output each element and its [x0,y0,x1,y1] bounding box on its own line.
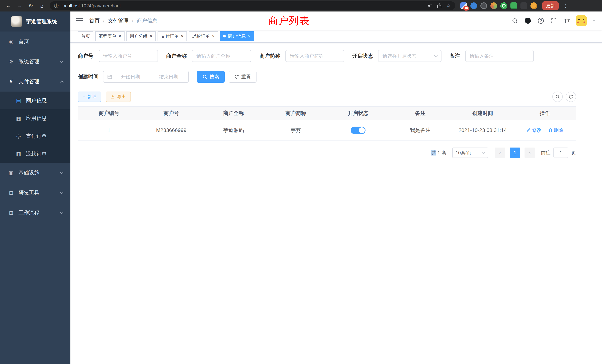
sidebar-item-dev-tools[interactable]: ⊡ 研发工具 [0,183,70,203]
tab-user-group[interactable]: 用户分组× [126,31,156,41]
column-header: 创建时间 [452,107,514,120]
sidebar-item-app-info[interactable]: ▦ 应用信息 [0,109,70,127]
sidebar-item-refund-order[interactable]: ▥ 退款订单 [0,145,70,163]
extension-green-icon[interactable] [500,2,507,9]
merchant-no-label: 商户号 [78,53,93,60]
user-avatar[interactable] [576,15,587,26]
page-unit-label: 页 [571,150,576,156]
sidebar-item-payment[interactable]: ¥ 支付管理 [0,72,70,92]
extension-avatar-icon[interactable] [490,2,497,9]
search-icon [202,74,207,79]
sidebar-item-label: 基础设施 [19,169,39,176]
tab-close-icon[interactable]: × [150,34,152,38]
show-search-toggle-button[interactable] [552,92,563,102]
cell-status [327,120,389,141]
chevron-down-icon [60,59,64,63]
app-logo[interactable]: 芋道管理系统 [0,11,70,32]
home-button[interactable]: ⌂ [37,0,47,11]
short-name-input[interactable] [285,50,344,62]
sidebar-item-system[interactable]: ⚙ 系统管理 [0,52,70,72]
github-icon[interactable] [524,17,532,25]
extension-puzzle-icon[interactable] [520,2,527,9]
hamburger-icon[interactable] [76,18,83,23]
add-button[interactable]: + 新增 [78,92,101,102]
date-start-placeholder: 开始日期 [115,74,147,80]
logo-avatar [11,16,22,27]
extension-smiley-icon[interactable] [530,2,537,9]
sidebar-item-infrastructure[interactable]: ▣ 基础设施 [0,163,70,183]
next-page-button[interactable]: › [525,148,535,158]
avatar-caret-icon[interactable] [592,20,595,22]
target-icon: ◎ [16,133,22,139]
column-header: 操作 [514,107,576,120]
help-icon[interactable]: ? [537,17,545,25]
sidebar-item-merchant-info[interactable]: ▤ 商户信息 [0,92,70,109]
current-page-button[interactable]: 1 [510,148,520,158]
search-icon[interactable] [511,17,519,25]
tab-close-icon[interactable]: × [212,34,215,38]
tab-close-icon[interactable]: × [181,34,183,38]
tab-refund-order[interactable]: 退款订单× [189,31,218,41]
cell-short-name: 芋艿 [265,120,327,141]
reload-button[interactable]: ↻ [26,0,36,11]
dashboard-icon: ◉ [8,39,14,45]
tab-merchant-info[interactable]: 商户信息× [220,31,254,41]
chevron-down-icon [434,54,438,57]
export-button[interactable]: 导出 [106,92,131,102]
reset-button[interactable]: 重置 [229,71,257,83]
status-select[interactable]: 请选择开启状态 [378,50,441,62]
browser-menu-icon[interactable]: ⋮ [563,3,568,9]
fullscreen-icon[interactable] [550,17,558,25]
back-button[interactable]: ← [4,0,13,11]
trash-icon [548,128,553,132]
tab-process-form[interactable]: 流程表单× [95,31,125,41]
tab-home[interactable]: 首页 [78,31,93,41]
site-info-icon[interactable]: ⓘ [54,3,59,9]
refresh-table-button[interactable] [566,92,576,102]
extension-blue-icon[interactable] [470,2,477,9]
sidebar-item-pay-order[interactable]: ◎ 支付订单 [0,127,70,145]
page-size-select[interactable]: 10条/页 [452,148,488,158]
plus-icon: + [83,94,85,99]
update-button[interactable]: 更新 [542,1,559,10]
breadcrumb-payment[interactable]: 支付管理 [108,17,129,24]
edit-link[interactable]: 修改 [526,127,542,133]
create-time-label: 创建时间 [78,73,99,80]
full-name-input[interactable] [192,50,251,62]
font-size-icon[interactable]: TT [563,17,571,25]
bookmark-star-icon[interactable]: ☆ [446,3,451,8]
gear-icon: ⚙ [8,59,14,65]
column-header: 商户简称 [265,107,327,120]
search-button[interactable]: 搜索 [197,71,225,83]
sidebar-item-label: 系统管理 [19,58,39,65]
address-bar[interactable]: ⓘ localhost:1024/pay/merchant ☆ [50,1,455,10]
status-toggle[interactable] [351,127,366,134]
pencil-icon [526,128,531,132]
share-icon[interactable] [437,3,442,9]
sidebar-item-home[interactable]: ◉ 首页 [0,32,70,52]
pagination-total: 共 1 条 [431,150,446,156]
table-row[interactable]: 1 M233666999 芋道源码 芋艿 我是备注 2021-10-23 08:… [78,120,576,141]
merchant-no-input[interactable] [99,50,158,62]
credit-card-icon: ▤ [16,97,22,104]
sidebar-item-workflow[interactable]: ⊞ 工作流程 [0,203,70,223]
extension-grid-icon[interactable]: 10 [460,2,467,9]
chevron-down-icon [60,210,64,214]
extension-dark-icon[interactable] [480,2,487,9]
full-name-label: 商户全称 [166,53,187,60]
password-key-icon[interactable] [427,3,432,8]
pagination: 共 1 条 10条/页 ‹ 1 › 前往 页 [78,148,576,158]
breadcrumb-home[interactable]: 首页 [89,17,100,24]
extension-doc-icon[interactable] [510,2,517,9]
goto-page-input[interactable] [553,148,568,158]
date-range-picker[interactable]: 开始日期 - 结束日期 [103,71,189,83]
url-text[interactable]: localhost:1024/pay/merchant [62,3,424,9]
forward-button[interactable]: → [15,0,24,11]
remark-input[interactable] [465,50,534,62]
prev-page-button[interactable]: ‹ [495,148,505,158]
delete-link[interactable]: 删除 [548,127,563,133]
tab-pay-order[interactable]: 支付订单× [158,31,187,41]
tab-close-icon[interactable]: × [248,34,251,38]
tab-close-icon[interactable]: × [119,34,121,38]
app-title: 芋道管理系统 [26,18,57,25]
